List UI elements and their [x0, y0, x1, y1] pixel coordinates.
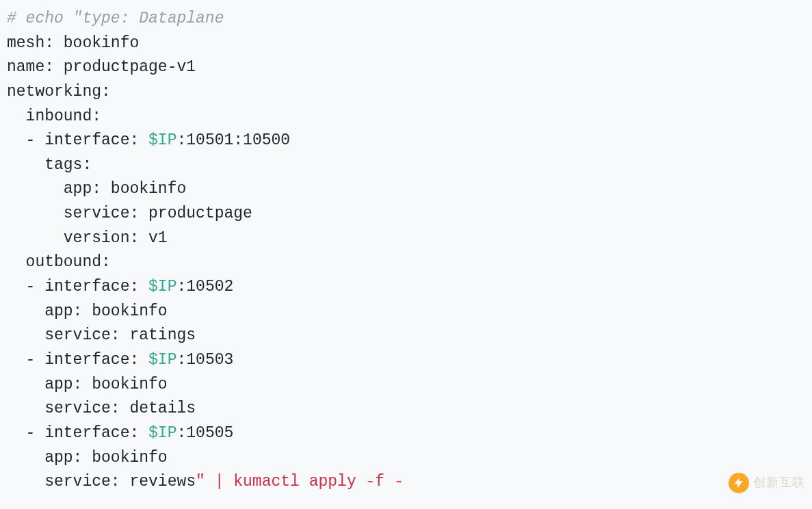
var-ip: $IP: [148, 131, 176, 149]
code-line: app: bookinfo: [7, 302, 168, 320]
code-line: outbound:: [7, 253, 111, 271]
code-line: - interface: $IP:10501:10500: [7, 131, 290, 149]
code-line: - interface: $IP:10502: [7, 278, 233, 296]
code-line: name: productpage-v1: [7, 58, 196, 76]
code-line: app: bookinfo: [7, 180, 186, 198]
code-line: mesh: bookinfo: [7, 34, 139, 52]
code-line: - interface: $IP:10503: [7, 351, 233, 369]
code-line: service: ratings: [7, 326, 196, 344]
var-ip: $IP: [148, 278, 176, 296]
code-line: service: details: [7, 400, 196, 417]
code-line: inbound:: [7, 107, 101, 125]
code-line: app: bookinfo: [7, 449, 168, 467]
code-string: " | kumactl apply -f -: [196, 473, 404, 491]
code-line: networking:: [7, 83, 111, 101]
code-block: # echo "type: Dataplane mesh: bookinfo n…: [7, 7, 805, 495]
code-comment: # echo "type: Dataplane: [7, 10, 224, 27]
var-ip: $IP: [148, 351, 176, 369]
code-line: service: productpage: [7, 205, 252, 222]
code-line: version: v1: [7, 229, 168, 247]
code-line: - interface: $IP:10505: [7, 424, 233, 442]
code-line: tags:: [7, 156, 92, 174]
var-ip: $IP: [148, 424, 176, 442]
code-line: app: bookinfo: [7, 376, 168, 393]
code-line: service: reviews" | kumactl apply -f -: [7, 473, 404, 491]
